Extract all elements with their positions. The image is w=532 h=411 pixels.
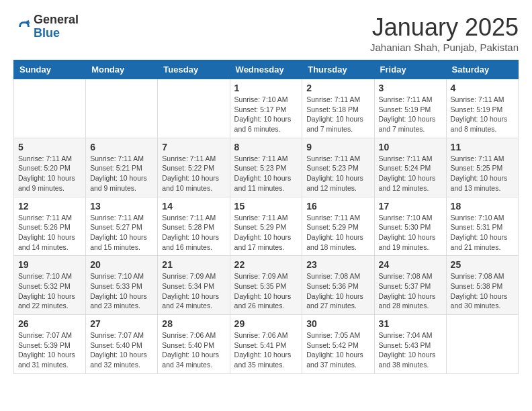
day-cell — [86, 79, 158, 138]
day-cell: 21Sunrise: 7:09 AM Sunset: 5:34 PM Dayli… — [158, 256, 230, 315]
day-info: Sunrise: 7:10 AM Sunset: 5:30 PM Dayligh… — [379, 213, 442, 253]
day-number: 3 — [379, 83, 442, 93]
day-info: Sunrise: 7:06 AM Sunset: 5:40 PM Dayligh… — [162, 330, 225, 370]
day-number: 21 — [162, 259, 225, 270]
calendar-title: January 2025 — [370, 13, 519, 42]
day-cell: 7Sunrise: 7:11 AM Sunset: 5:22 PM Daylig… — [158, 138, 230, 197]
day-info: Sunrise: 7:11 AM Sunset: 5:18 PM Dayligh… — [306, 95, 369, 134]
week-row-4: 26Sunrise: 7:07 AM Sunset: 5:39 PM Dayli… — [14, 315, 519, 374]
day-info: Sunrise: 7:11 AM Sunset: 5:19 PM Dayligh… — [379, 95, 442, 134]
day-number: 16 — [306, 201, 369, 212]
day-number: 31 — [379, 318, 442, 329]
day-cell: 18Sunrise: 7:10 AM Sunset: 5:31 PM Dayli… — [446, 197, 518, 256]
day-info: Sunrise: 7:10 AM Sunset: 5:33 PM Dayligh… — [90, 271, 153, 311]
day-number: 11 — [451, 142, 514, 152]
day-info: Sunrise: 7:11 AM Sunset: 5:24 PM Dayligh… — [379, 154, 442, 193]
day-cell: 16Sunrise: 7:11 AM Sunset: 5:29 PM Dayli… — [302, 197, 374, 256]
day-cell: 28Sunrise: 7:06 AM Sunset: 5:40 PM Dayli… — [158, 315, 230, 374]
title-section: January 2025 Jahanian Shah, Punjab, Paki… — [370, 13, 519, 53]
day-number: 2 — [306, 83, 369, 93]
day-info: Sunrise: 7:11 AM Sunset: 5:26 PM Dayligh… — [18, 213, 81, 253]
day-cell: 19Sunrise: 7:10 AM Sunset: 5:32 PM Dayli… — [14, 256, 86, 315]
day-cell: 6Sunrise: 7:11 AM Sunset: 5:21 PM Daylig… — [86, 138, 158, 197]
day-info: Sunrise: 7:11 AM Sunset: 5:19 PM Dayligh… — [451, 95, 514, 134]
day-cell: 22Sunrise: 7:09 AM Sunset: 5:35 PM Dayli… — [230, 256, 302, 315]
day-info: Sunrise: 7:11 AM Sunset: 5:20 PM Dayligh… — [18, 154, 81, 193]
day-cell: 8Sunrise: 7:11 AM Sunset: 5:23 PM Daylig… — [230, 138, 302, 197]
day-number: 10 — [379, 142, 442, 152]
day-cell: 30Sunrise: 7:05 AM Sunset: 5:42 PM Dayli… — [302, 315, 374, 374]
logo-general-text: General — [34, 13, 79, 27]
day-number: 14 — [162, 201, 225, 212]
day-cell: 20Sunrise: 7:10 AM Sunset: 5:33 PM Dayli… — [86, 256, 158, 315]
day-cell: 1Sunrise: 7:10 AM Sunset: 5:17 PM Daylig… — [230, 79, 302, 138]
day-info: Sunrise: 7:04 AM Sunset: 5:43 PM Dayligh… — [379, 330, 442, 370]
day-number: 7 — [162, 142, 225, 152]
week-row-1: 5Sunrise: 7:11 AM Sunset: 5:20 PM Daylig… — [14, 138, 519, 197]
day-info: Sunrise: 7:10 AM Sunset: 5:31 PM Dayligh… — [451, 213, 514, 253]
day-info: Sunrise: 7:09 AM Sunset: 5:35 PM Dayligh… — [234, 271, 298, 311]
day-number: 27 — [90, 318, 153, 329]
logo-icon — [15, 17, 34, 36]
day-cell: 12Sunrise: 7:11 AM Sunset: 5:26 PM Dayli… — [14, 197, 86, 256]
day-info: Sunrise: 7:10 AM Sunset: 5:32 PM Dayligh… — [18, 271, 81, 311]
day-info: Sunrise: 7:09 AM Sunset: 5:34 PM Dayligh… — [162, 271, 225, 311]
day-number: 8 — [234, 142, 298, 152]
page-header: General Blue January 2025 Jahanian Shah,… — [13, 13, 519, 53]
day-cell — [158, 79, 230, 138]
day-number: 19 — [18, 259, 81, 270]
day-number: 24 — [379, 259, 442, 270]
day-cell: 14Sunrise: 7:11 AM Sunset: 5:28 PM Dayli… — [158, 197, 230, 256]
day-info: Sunrise: 7:07 AM Sunset: 5:40 PM Dayligh… — [90, 330, 153, 370]
day-cell: 13Sunrise: 7:11 AM Sunset: 5:27 PM Dayli… — [86, 197, 158, 256]
day-number: 22 — [234, 259, 298, 270]
day-number: 18 — [451, 201, 514, 212]
day-cell: 29Sunrise: 7:06 AM Sunset: 5:41 PM Dayli… — [230, 315, 302, 374]
day-info: Sunrise: 7:08 AM Sunset: 5:37 PM Dayligh… — [379, 271, 442, 311]
logo: General Blue — [13, 13, 79, 40]
day-number: 9 — [306, 142, 369, 152]
logo-text: General Blue — [34, 13, 79, 40]
header-day-wednesday: Wednesday — [230, 60, 302, 79]
day-cell: 10Sunrise: 7:11 AM Sunset: 5:24 PM Dayli… — [374, 138, 446, 197]
day-number: 5 — [18, 142, 81, 152]
header-day-friday: Friday — [374, 60, 446, 79]
day-info: Sunrise: 7:07 AM Sunset: 5:39 PM Dayligh… — [18, 330, 81, 370]
day-cell — [14, 79, 86, 138]
day-number: 23 — [306, 259, 369, 270]
day-info: Sunrise: 7:08 AM Sunset: 5:38 PM Dayligh… — [451, 271, 514, 311]
day-info: Sunrise: 7:10 AM Sunset: 5:17 PM Dayligh… — [234, 95, 298, 134]
calendar-subtitle: Jahanian Shah, Punjab, Pakistan — [370, 42, 519, 53]
day-info: Sunrise: 7:05 AM Sunset: 5:42 PM Dayligh… — [306, 330, 369, 370]
day-number: 26 — [18, 318, 81, 329]
header-day-monday: Monday — [86, 60, 158, 79]
day-number: 6 — [90, 142, 153, 152]
day-info: Sunrise: 7:06 AM Sunset: 5:41 PM Dayligh… — [234, 330, 298, 370]
header-row: SundayMondayTuesdayWednesdayThursdayFrid… — [14, 60, 519, 79]
day-cell: 5Sunrise: 7:11 AM Sunset: 5:20 PM Daylig… — [14, 138, 86, 197]
day-info: Sunrise: 7:11 AM Sunset: 5:23 PM Dayligh… — [306, 154, 369, 193]
day-cell — [446, 315, 518, 374]
day-info: Sunrise: 7:11 AM Sunset: 5:29 PM Dayligh… — [306, 213, 369, 253]
calendar-table: SundayMondayTuesdayWednesdayThursdayFrid… — [13, 60, 519, 374]
day-number: 15 — [234, 201, 298, 212]
day-cell: 26Sunrise: 7:07 AM Sunset: 5:39 PM Dayli… — [14, 315, 86, 374]
day-info: Sunrise: 7:11 AM Sunset: 5:21 PM Dayligh… — [90, 154, 153, 193]
day-number: 4 — [451, 83, 514, 93]
header-day-thursday: Thursday — [302, 60, 374, 79]
day-cell: 25Sunrise: 7:08 AM Sunset: 5:38 PM Dayli… — [446, 256, 518, 315]
day-cell: 31Sunrise: 7:04 AM Sunset: 5:43 PM Dayli… — [374, 315, 446, 374]
day-cell: 9Sunrise: 7:11 AM Sunset: 5:23 PM Daylig… — [302, 138, 374, 197]
day-info: Sunrise: 7:11 AM Sunset: 5:22 PM Dayligh… — [162, 154, 225, 193]
day-number: 28 — [162, 318, 225, 329]
day-cell: 17Sunrise: 7:10 AM Sunset: 5:30 PM Dayli… — [374, 197, 446, 256]
day-info: Sunrise: 7:11 AM Sunset: 5:28 PM Dayligh… — [162, 213, 225, 253]
header-day-sunday: Sunday — [14, 60, 86, 79]
day-info: Sunrise: 7:11 AM Sunset: 5:27 PM Dayligh… — [90, 213, 153, 253]
day-number: 29 — [234, 318, 298, 329]
day-number: 13 — [90, 201, 153, 212]
day-info: Sunrise: 7:11 AM Sunset: 5:23 PM Dayligh… — [234, 154, 298, 193]
day-number: 1 — [234, 83, 298, 93]
week-row-2: 12Sunrise: 7:11 AM Sunset: 5:26 PM Dayli… — [14, 197, 519, 256]
day-cell: 24Sunrise: 7:08 AM Sunset: 5:37 PM Dayli… — [374, 256, 446, 315]
